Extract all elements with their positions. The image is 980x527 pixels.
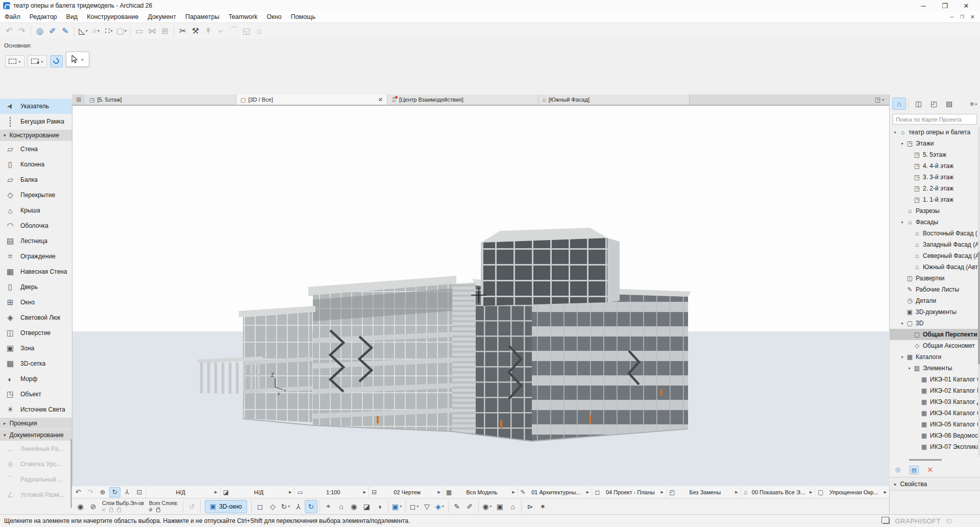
chevron-down-icon[interactable]: ▾	[86, 29, 88, 33]
tool-mesh[interactable]: ▦3D-сетка	[0, 356, 72, 371]
hide-all-layers-icon[interactable]: ⌀	[149, 507, 153, 512]
story-selector[interactable]: Н/Д▶	[145, 486, 220, 498]
tree-item-общая-перспекти[interactable]: ▢Общая Перспекти	[890, 329, 980, 340]
menu-параметры[interactable]: Параметры	[181, 12, 224, 22]
add-view-button[interactable]: ⊕	[895, 465, 901, 474]
tree-item-3d[interactable]: ▾▢3D	[890, 318, 980, 329]
layer-combination-selector[interactable]: ✎01 Архитектурны...▶	[518, 486, 592, 498]
snapshot-icon[interactable]: ◉▾	[481, 500, 494, 513]
view-settings-button[interactable]: ▤	[910, 466, 919, 474]
pick-up-parameters-icon[interactable]: ✐	[46, 25, 59, 37]
menu-помощь[interactable]: Помощь	[286, 12, 320, 22]
snap-reference-icon[interactable]: ⌗▾	[90, 25, 102, 37]
delete-view-button[interactable]: ✕	[927, 465, 934, 474]
tool-roof[interactable]: ⌂Крыша	[0, 203, 72, 218]
tool-radial-dimension[interactable]: ⌒Радиальный ...	[0, 472, 72, 487]
trim-icon[interactable]: ⋈	[146, 25, 158, 37]
properties-section-header[interactable]: ▸ Свойства	[890, 477, 980, 491]
menu-документ[interactable]: Документ	[143, 12, 181, 22]
chevron-down-icon[interactable]: ▾	[288, 504, 290, 509]
lock-layer-icon[interactable]	[109, 509, 113, 512]
tool-angle-dimension[interactable]: ∠Угловой Разм...	[0, 487, 72, 502]
inject-parameters-icon[interactable]: ✎	[59, 25, 71, 37]
zoom-in-icon[interactable]: ⊕	[97, 487, 108, 497]
tool-door[interactable]: ▯Дверь	[0, 279, 72, 295]
chevron-down-icon[interactable]: ▾	[125, 29, 127, 33]
tree-collapse-icon[interactable]: ▾	[892, 130, 898, 135]
chevron-down-icon[interactable]: ▾	[416, 504, 419, 509]
redo-icon[interactable]: ↷	[16, 25, 28, 37]
tree-item-южный-фасад-авт[interactable]: ⌂Южный Фасад (Авт	[890, 261, 980, 273]
overrides-selector[interactable]: ◰Без Замены▶	[666, 486, 741, 498]
tree-item-рабочие-листы[interactable]: ✎Рабочие Листы	[890, 284, 980, 295]
3d-window-button[interactable]: ▣3D-окно	[205, 500, 247, 513]
look-to-icon[interactable]: ⌖	[322, 500, 335, 513]
tree-item-икэ-01-каталог-с[interactable]: ▦ИКЭ-01 Каталог С	[890, 374, 980, 385]
search-input[interactable]	[893, 114, 977, 125]
tab--южный-фасад-[interactable]: ⌂[Южный Фасад]	[538, 94, 690, 105]
arrow-tool-button[interactable]: ▸	[66, 52, 89, 67]
tool-object[interactable]: ◳Объект	[0, 387, 72, 402]
graphisoft-id-widget[interactable]: GRAPHISOFT ID	[883, 517, 952, 525]
renovation-filter-selector[interactable]: ◪Н/Д▶	[220, 486, 295, 498]
flythrough-icon[interactable]: ⊳	[524, 500, 536, 513]
axonometry-view-icon[interactable]: ◇	[266, 500, 279, 513]
capture-settings-icon[interactable]: ▣	[494, 500, 506, 513]
search-select-icon[interactable]: ◎	[34, 25, 46, 37]
tree-item-2-2-й-этаж[interactable]: ◳2. 2-й этаж	[890, 183, 980, 194]
menu-вид[interactable]: Вид	[62, 12, 83, 22]
tree-scrollbar[interactable]	[978, 127, 980, 457]
tab--центр-взаимодействия-[interactable]: ♖[Центр Взаимодействия]	[387, 94, 538, 105]
favorites-icon[interactable]: ▢▾	[115, 25, 128, 37]
3d-viewport[interactable]: Z x y	[72, 105, 889, 486]
magnet-button[interactable]	[50, 55, 63, 67]
panel-splitter[interactable]	[890, 457, 980, 463]
publish-view-icon[interactable]: ⌂	[506, 500, 519, 513]
project-map-icon[interactable]: ⌂	[892, 98, 906, 110]
perspective-view-icon[interactable]: ◻	[254, 500, 266, 513]
fix-model-icon[interactable]: ✶	[536, 500, 549, 513]
model-filter-selector[interactable]: ▦Вся Модель▶	[443, 486, 518, 498]
tab--5-5этаж-[interactable]: ◳[5. 5этаж]	[85, 94, 236, 105]
tool-light[interactable]: ☀Источник Света	[0, 402, 72, 417]
mdi-minimize-button[interactable]: ─	[950, 14, 954, 20]
orbit-mode-icon[interactable]: ↻	[109, 487, 120, 497]
tool-wall[interactable]: ▱Стена	[0, 141, 72, 157]
tool-zone[interactable]: ▣Зона	[0, 341, 72, 356]
tool-slab[interactable]: ◇Перекрытие	[0, 187, 72, 203]
orbit-tool-icon[interactable]: ↻▾	[279, 500, 292, 513]
mdi-restore-button[interactable]: ❐	[960, 14, 964, 19]
tab-close-icon[interactable]: ✕	[378, 97, 383, 103]
tree-item-общая-аксономет[interactable]: ◇Общая Аксономет	[890, 340, 980, 351]
tree-collapse-icon[interactable]: ▾	[899, 141, 905, 146]
layer-lock-toggle-icon[interactable]: ⊘	[87, 500, 100, 513]
corner-icon[interactable]: ⌐	[215, 25, 227, 37]
split-icon[interactable]: ✂	[177, 25, 189, 37]
reset-layers-icon[interactable]: ↺	[185, 500, 198, 513]
tool-column[interactable]: ▯Колонна	[0, 157, 72, 172]
stretch-icon[interactable]: ⊞	[159, 25, 171, 37]
dimension-style-selector[interactable]: ◻04 Проект - Планы▶	[592, 486, 666, 498]
graphic-override-selector[interactable]: ⌂00 Показать Все Э...▶	[741, 486, 815, 498]
tool-marquee[interactable]: Бегущая Рамка	[0, 114, 72, 129]
back-view-icon[interactable]: ↶	[72, 487, 84, 497]
marquee-selection-button[interactable]: ▸	[5, 55, 24, 67]
tree-item-фасады[interactable]: ▾⌂Фасады	[890, 217, 980, 228]
tree-collapse-icon[interactable]: ▾	[899, 355, 905, 360]
camera-path-icon[interactable]: ◉	[348, 500, 360, 513]
element-settings-icon[interactable]: ▣▾	[390, 500, 403, 513]
highlight-icon[interactable]: ◈▾	[433, 500, 446, 513]
adjust-icon[interactable]: ⚒	[189, 25, 202, 37]
tree-item-икэ-05-каталог-с[interactable]: ▦ИКЭ-05 Каталог С	[890, 419, 980, 430]
section-documentation[interactable]: ▾Документирование	[0, 429, 72, 441]
tool-railing[interactable]: ⌗Ограждение	[0, 249, 72, 264]
chevron-down-icon[interactable]: ▾	[490, 504, 492, 509]
walk-mode-icon[interactable]: ⅄	[121, 487, 133, 497]
menu-teamwork[interactable]: Teamwork	[224, 12, 262, 22]
tree-item-театр-оперы-и-балета[interactable]: ▾⌂театр оперы и балета	[890, 127, 980, 138]
tree-item-3-3-й-этаж[interactable]: ◳3. 3-й этаж	[890, 172, 980, 183]
mdi-close-button[interactable]: ✕	[970, 14, 975, 20]
hide-layer-icon[interactable]: ⌀	[102, 507, 106, 512]
resize-icon[interactable]: ◱	[240, 25, 253, 37]
forward-view-icon[interactable]: ↷	[85, 487, 96, 497]
